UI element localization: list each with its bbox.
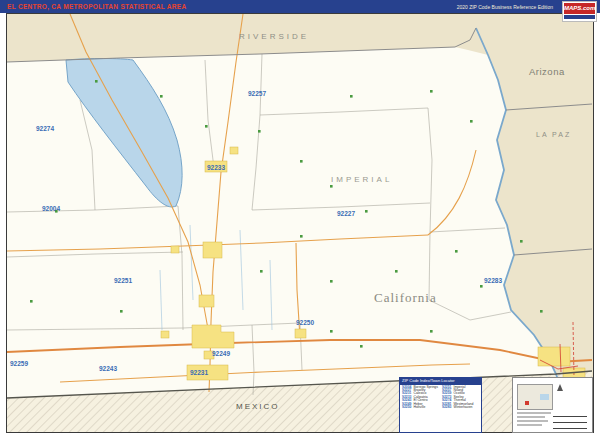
region-label-la-paz: LA PAZ (536, 131, 571, 138)
zip-label-92274: 92274 (36, 125, 54, 132)
scale-bar (553, 422, 587, 423)
region-label-riverside: RIVERSIDE (239, 32, 309, 41)
publisher-logo: MAPS.com (562, 1, 597, 22)
region-label-imperial: IMPERIAL (331, 175, 392, 184)
zip-label-92283: 92283 (484, 277, 502, 284)
scale-bar (553, 416, 587, 417)
edition-label: 2020 ZIP Code Business Reference Edition (457, 4, 553, 10)
zip-label-92259: 92259 (10, 360, 28, 367)
region-label-mexico: MEXICO (236, 402, 280, 411)
inset-caption-bar (517, 416, 545, 418)
zip-label-92257: 92257 (248, 90, 266, 97)
zip-label-92231: 92231 (190, 369, 208, 376)
locator-highlight (525, 401, 529, 405)
zip-label-92243: 92243 (99, 365, 117, 372)
region-label-california: California (374, 290, 437, 306)
legend-entries: 92004Borrego Springs92227Brawley92231Cal… (400, 385, 481, 411)
map-title: EL CENTRO, CA METROPOLITAN STATISTICAL A… (7, 3, 186, 10)
zip-label-92249: 92249 (212, 350, 230, 357)
inset-scale-box (512, 377, 593, 433)
map-page: EL CENTRO, CA METROPOLITAN STATISTICAL A… (0, 0, 600, 439)
zip-label-92251: 92251 (114, 277, 132, 284)
zip-label-92250: 92250 (296, 319, 314, 326)
zip-label-92004: 92004 (42, 205, 60, 212)
publisher-logo-stripe (564, 15, 595, 19)
legend-row: 92283Winterhaven (442, 406, 479, 409)
map-canvas (0, 0, 600, 439)
zip-index-legend: ZIP Code Index/Town Locator 92004Borrego… (399, 377, 482, 433)
north-arrow-icon (557, 384, 563, 391)
inset-caption-bar (517, 412, 551, 414)
inset-caption-bar (517, 420, 548, 422)
zip-label-92227: 92227 (337, 210, 355, 217)
locator-water (540, 394, 549, 400)
title-bar: EL CENTRO, CA METROPOLITAN STATISTICAL A… (0, 0, 600, 13)
us-locator-map (517, 384, 553, 410)
scale-bar (553, 428, 587, 429)
publisher-logo-text: MAPS.com (564, 3, 595, 14)
inset-caption-bar (517, 424, 542, 426)
legend-row: 92250Holtville (402, 406, 439, 409)
zip-label-92233: 92233 (207, 164, 225, 171)
region-label-arizona: Arizona (529, 66, 565, 77)
